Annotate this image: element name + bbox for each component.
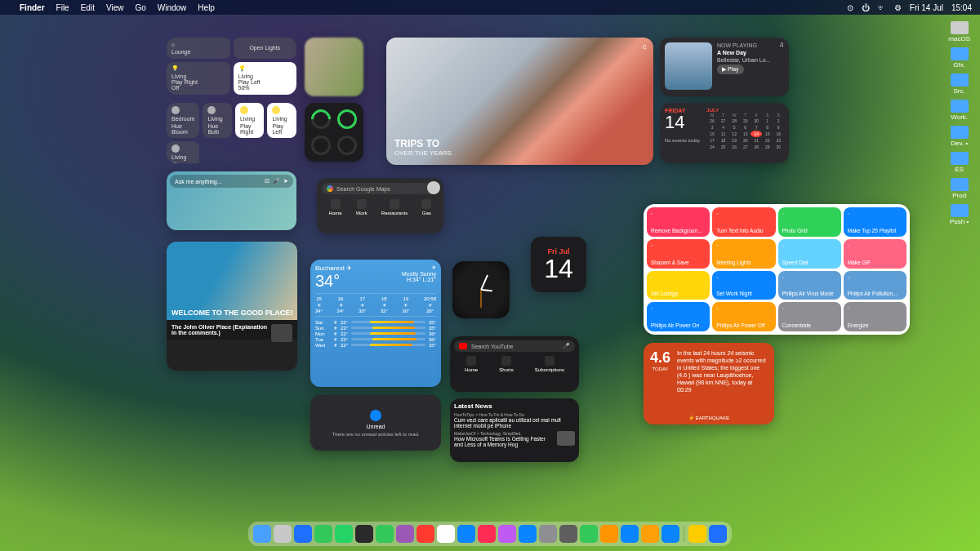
desktop-folder-prod[interactable]: Prod — [951, 178, 969, 199]
dock-app-2[interactable] — [294, 525, 312, 543]
dock-app-20[interactable] — [662, 525, 679, 543]
memories-widget[interactable]: ♫ TRIPS TO OVER THE YEARS — [386, 38, 653, 165]
desktop-folder-es[interactable]: ES — [951, 152, 969, 173]
menu-window[interactable]: Window — [158, 3, 187, 12]
dock-app-19[interactable] — [641, 525, 659, 543]
homekit-lounge[interactable]: ⌂Lounge — [167, 38, 230, 59]
reddit-widget[interactable]: WELCOME TO THE GOOD PLACE! The John Oliv… — [167, 242, 297, 371]
dock-app-3[interactable] — [314, 525, 332, 543]
dock-app-11[interactable] — [478, 525, 496, 543]
status-time[interactable]: 15:04 — [951, 3, 972, 12]
dock-app-6[interactable] — [376, 525, 394, 543]
news-item-2[interactable]: MakeUseOf > Technology, Simplified.How M… — [454, 431, 575, 447]
dock-app-4[interactable] — [335, 525, 353, 543]
photo-widget[interactable] — [305, 38, 363, 96]
shortcut-tile[interactable]: ◦Turn Text Into Audio — [712, 207, 775, 237]
dock-app-0[interactable] — [253, 525, 271, 543]
news-item-1[interactable]: HowToTips > How-To Fix & How-To DoCum ve… — [454, 412, 575, 429]
status-wifi-icon[interactable]: ᯤ — [878, 3, 886, 12]
music-widget[interactable]: ♫ NOW PLAYING A New Day Bellestar, Urban… — [660, 38, 789, 96]
dock-app-8[interactable] — [416, 525, 434, 543]
shortcut-tile[interactable]: ◦Set Work Night — [712, 271, 775, 300]
shortcut-tile[interactable]: ◦Speed Dial — [778, 239, 841, 269]
ask-placeholder[interactable]: Ask me anything... — [175, 179, 222, 184]
maps-tab-work[interactable]: Work — [356, 199, 368, 216]
dock-app-10[interactable] — [457, 525, 475, 543]
dock-app-7[interactable] — [396, 525, 414, 543]
batteries-widget[interactable] — [305, 103, 363, 162]
yt-tab-subs[interactable]: Subscriptions — [535, 356, 564, 372]
homekit-living-playright-off[interactable]: LivingPlay Right Off — [167, 141, 199, 163]
maps-tab-gas[interactable]: Gas — [421, 199, 431, 216]
shortcut-tile[interactable]: ◦Energize — [844, 302, 906, 331]
dock-app-13[interactable] — [519, 525, 537, 543]
send-icon[interactable]: ➤ — [283, 178, 288, 184]
desktop-volume-macos[interactable]: macOS — [948, 21, 970, 42]
homekit-widget-1[interactable]: ⌂Lounge Open Lights 💡LivingPlay Right Of… — [167, 38, 296, 95]
mic-icon[interactable]: 🎤 — [273, 178, 280, 184]
shortcut-tile[interactable]: ◦Shazam & Save — [647, 239, 710, 269]
maps-search[interactable]: Search Google Maps — [322, 183, 439, 194]
menu-help[interactable]: Help — [198, 3, 215, 12]
earthquake-widget[interactable]: 4.6TODAY In the last 24 hours 24 seismic… — [644, 343, 774, 424]
dock[interactable] — [248, 522, 732, 546]
shortcut-tile[interactable]: ◦Philips Air Power On — [647, 302, 710, 331]
status-battery-icon[interactable]: ⏻ — [862, 3, 870, 12]
dock-app-21[interactable] — [688, 525, 706, 543]
menu-edit[interactable]: Edit — [81, 3, 95, 12]
dock-app-12[interactable] — [498, 525, 516, 543]
shortcut-tile[interactable]: ◦Make Top 25 Playlist — [844, 207, 906, 237]
dock-app-9[interactable] — [437, 525, 455, 543]
clock-widget[interactable] — [452, 261, 510, 318]
news-widget[interactable]: Latest News HowToTips > How-To Fix & How… — [450, 398, 579, 462]
scan-icon[interactable]: ⊡ — [265, 178, 270, 184]
dock-app-1[interactable] — [274, 525, 292, 543]
shortcuts-widget[interactable]: ◦Remove Backgroun...◦Turn Text Into Audi… — [644, 204, 910, 335]
menubar[interactable]: Finder File Edit View Go Window Help ⊙ ⏻… — [0, 0, 980, 15]
homekit-open-lights[interactable]: Open Lights — [234, 38, 297, 59]
homekit-living-playright-on[interactable]: LivingPlay Right — [235, 103, 265, 138]
mic-icon[interactable]: 🎤 — [563, 343, 570, 349]
desktop-folder-src[interactable]: Src. — [951, 73, 969, 95]
menubar-app[interactable]: Finder — [20, 3, 45, 12]
homekit-widget-2[interactable]: BedroomHue Bloom LivingHue Bulb LivingPl… — [167, 103, 296, 163]
homekit-living-playleft-on[interactable]: LivingPlay Left — [267, 103, 296, 138]
dock-app-16[interactable] — [580, 525, 598, 543]
shortcut-tile[interactable]: ◦Philips Air Pollution... — [844, 271, 906, 300]
shortcut-tile[interactable]: ◦Philips Air Virus Mode — [778, 271, 841, 300]
homekit-play-left[interactable]: 💡LivingPlay Left 50% — [234, 62, 297, 96]
youtube-widget[interactable]: Search YouTube🎤 Home Shorts Subscription… — [450, 336, 579, 392]
youtube-search[interactable]: Search YouTube🎤 — [454, 340, 575, 352]
desktop-folder-gfx[interactable]: Gfx. — [951, 47, 969, 69]
desktop-folder-push[interactable]: Push • — [950, 204, 969, 225]
status-control-icon[interactable]: ⚙ — [894, 3, 902, 12]
shortcut-tile[interactable]: ◦Photo Grid — [778, 207, 841, 237]
weather-widget[interactable]: Bucharest ✈ 34° ☀Mostly SunnyH:34° L:21°… — [310, 260, 441, 387]
menu-view[interactable]: View — [106, 3, 124, 12]
dock-app-17[interactable] — [600, 525, 618, 543]
dock-app-14[interactable] — [539, 525, 557, 543]
maps-tab-home[interactable]: Home — [329, 199, 342, 216]
dock-app-18[interactable] — [621, 525, 639, 543]
play-button[interactable]: ▶ Play — [717, 64, 744, 74]
shortcut-tile[interactable]: ◦Make GIF — [844, 239, 906, 269]
shortcut-tile[interactable]: ◦Remove Backgroun... — [647, 207, 710, 237]
shortcut-tile[interactable]: ◦Set Lounge — [647, 271, 710, 300]
homekit-play-right[interactable]: 💡LivingPlay Right Off — [167, 62, 230, 96]
shortcut-tile[interactable]: ◦Concentrate — [778, 302, 841, 331]
maps-tab-restaurants[interactable]: Restaurants — [381, 199, 408, 216]
desktop-folder-work[interactable]: Work. — [951, 100, 969, 121]
shortcut-tile[interactable]: ◦Philips Air Power Off — [712, 302, 775, 331]
dock-app-15[interactable] — [559, 525, 577, 543]
status-sync-icon[interactable]: ⊙ — [847, 3, 853, 12]
homekit-living-bulb[interactable]: LivingHue Bulb — [203, 103, 232, 138]
yt-tab-shorts[interactable]: Shorts — [499, 356, 513, 372]
yt-tab-home[interactable]: Home — [465, 356, 478, 372]
dock-app-5[interactable] — [355, 525, 373, 543]
shortcut-tile[interactable]: ◦Meeting Lights — [712, 239, 775, 269]
menu-file[interactable]: File — [56, 3, 69, 12]
dock-app-22[interactable] — [709, 525, 727, 543]
desktop-folder-dev[interactable]: Dev. • — [951, 126, 969, 147]
menu-go[interactable]: Go — [135, 3, 145, 12]
calendar-widget[interactable]: FRIDAY 14 No events today JULY MTWTFSS26… — [660, 103, 789, 163]
